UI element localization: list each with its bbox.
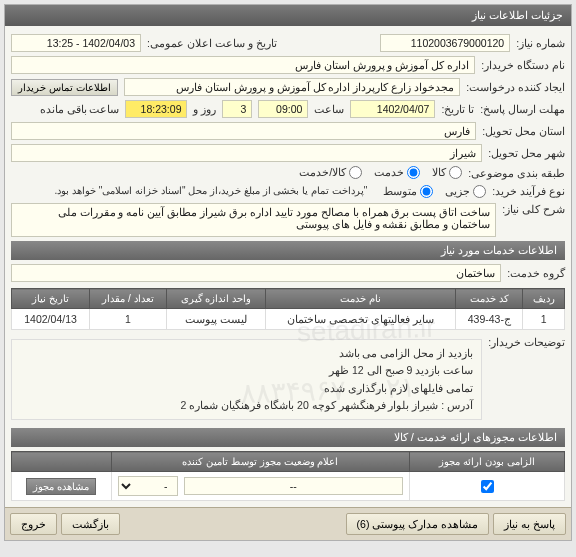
proc-medium-label: متوسط: [383, 185, 417, 198]
buyer-notes-box: بازدید از محل الزامی می باشد ساعت بازدید…: [11, 339, 482, 420]
days-field: 3: [222, 100, 252, 118]
reply-button[interactable]: پاسخ به نیاز: [493, 513, 566, 535]
deadline-time-field: 09:00: [258, 100, 308, 118]
cat-goods-radio[interactable]: [449, 166, 462, 179]
mandatory-checkbox[interactable]: [481, 480, 494, 493]
th-qty: تعداد / مقدار: [90, 289, 167, 309]
auth-header-row: الزامی بودن ارائه مجوز اعلام وضعیت مجوز …: [12, 452, 565, 472]
th-action: [12, 452, 112, 472]
keyword-textarea: [11, 203, 496, 237]
city-label: شهر محل تحویل:: [488, 147, 565, 159]
category-radio-group: کالا خدمت کالا/خدمت: [299, 166, 462, 179]
countdown-field: 18:23:09: [125, 100, 187, 118]
process-note: "پرداخت تمام یا بخشی از مبلغ خرید،از محل…: [54, 183, 367, 199]
bottom-toolbar: پاسخ به نیاز مشاهده مدارک پیوستی (6) باز…: [5, 507, 571, 540]
table-row[interactable]: 1 ج-43-439 سایر فعالیتهای تخصصی ساختمان …: [12, 309, 565, 330]
th-date: تاریخ نیاز: [12, 289, 90, 309]
buyer-note-line: ساعت بازدید 9 صبح الی 12 ظهر: [20, 362, 473, 379]
status-dash-1: --: [184, 477, 404, 495]
th-status: اعلام وضعیت مجوز توسط تامین کننده: [111, 452, 410, 472]
td-name: سایر فعالیتهای تخصصی ساختمان: [266, 309, 456, 330]
time-label-1: ساعت: [314, 103, 344, 115]
need-number-label: شماره نیاز:: [516, 37, 565, 49]
td-rownum: 1: [523, 309, 565, 330]
proc-small-radio[interactable]: [473, 185, 486, 198]
details-form: شماره نیاز: 1102003679000120 تاریخ و ساع…: [5, 26, 571, 507]
auth-header: اطلاعات مجوزهای ارائه خدمت / کالا: [11, 428, 565, 447]
th-rownum: ردیف: [523, 289, 565, 309]
auth-table: الزامی بودن ارائه مجوز اعلام وضعیت مجوز …: [11, 451, 565, 501]
announce-date-label: تاریخ و ساعت اعلان عمومی:: [147, 37, 277, 49]
cat-goods-label: کالا: [432, 166, 446, 179]
th-mandatory: الزامی بودن ارائه مجوز: [410, 452, 565, 472]
to-date-label: تا تاریخ:: [441, 103, 474, 115]
service-group-field: ساختمان: [11, 264, 501, 282]
device-name-field: اداره کل آموزش و پرورش استان فارس: [11, 56, 475, 74]
proc-medium-radio[interactable]: [420, 185, 433, 198]
services-header: اطلاعات خدمات مورد نیاز: [11, 241, 565, 260]
process-label: نوع فرآیند خرید:: [492, 185, 565, 197]
cat-service-label: خدمت: [374, 166, 404, 179]
contact-info-button[interactable]: اطلاعات تماس خریدار: [11, 79, 118, 96]
auth-row: -- - مشاهده مجوز: [12, 472, 565, 501]
action-cell: مشاهده مجوز: [12, 472, 112, 501]
cat-both-label: کالا/خدمت: [299, 166, 346, 179]
proc-small-label: جزیی: [445, 185, 470, 198]
td-date: 1402/04/13: [12, 309, 90, 330]
province-field: فارس: [11, 122, 476, 140]
deadline-label: مهلت ارسال پاسخ:: [480, 103, 565, 115]
services-table: ردیف کد خدمت نام خدمت واحد اندازه گیری ت…: [11, 288, 565, 330]
buyer-note-line: تمامی فایلهای لازم بارگذاری شده: [20, 380, 473, 397]
status-cell: -- -: [111, 472, 410, 501]
exit-button[interactable]: خروج: [10, 513, 57, 535]
province-label: استان محل تحویل:: [482, 125, 565, 137]
th-name: نام خدمت: [266, 289, 456, 309]
cat-both-radio[interactable]: [349, 166, 362, 179]
process-radio-group: جزیی متوسط: [383, 185, 486, 198]
back-button[interactable]: بازگشت: [61, 513, 120, 535]
remaining-label: ساعت باقی مانده: [40, 103, 120, 115]
buyer-note-line: بازدید از محل الزامی می باشد: [20, 345, 473, 362]
table-header-row: ردیف کد خدمت نام خدمت واحد اندازه گیری ت…: [12, 289, 565, 309]
requester-label: ایجاد کننده درخواست:: [466, 81, 565, 93]
keyword-label: شرح کلی نیاز:: [502, 203, 565, 215]
city-field: شیراز: [11, 144, 482, 162]
mandatory-cell: [410, 472, 565, 501]
device-name-label: نام دستگاه خریدار:: [481, 59, 565, 71]
cat-service-radio[interactable]: [407, 166, 420, 179]
category-label: طبقه بندی موضوعی:: [468, 167, 565, 179]
status-select[interactable]: -: [118, 476, 178, 496]
requester-field: مجدخواد زارع کارپرداز اداره کل آموزش و پ…: [124, 78, 461, 96]
td-unit: لیست پیوست: [166, 309, 265, 330]
buyer-notes-label: توضیحات خریدار:: [488, 336, 565, 348]
day-label: روز و: [193, 103, 216, 115]
th-code: کد خدمت: [456, 289, 523, 309]
deadline-date-field: 1402/04/07: [350, 100, 435, 118]
td-qty: 1: [90, 309, 167, 330]
th-unit: واحد اندازه گیری: [166, 289, 265, 309]
buyer-note-line: آدرس : شیراز بلوار فرهنگشهر کوچه 20 باشگ…: [20, 397, 473, 414]
need-number-field: 1102003679000120: [380, 34, 510, 52]
td-code: ج-43-439: [456, 309, 523, 330]
view-auth-button[interactable]: مشاهده مجوز: [26, 478, 96, 495]
announce-date-field: 1402/04/03 - 13:25: [11, 34, 141, 52]
service-group-label: گروه خدمت:: [507, 267, 565, 279]
attachments-button[interactable]: مشاهده مدارک پیوستی (6): [346, 513, 490, 535]
panel-title: جزئیات اطلاعات نیاز: [5, 5, 571, 26]
